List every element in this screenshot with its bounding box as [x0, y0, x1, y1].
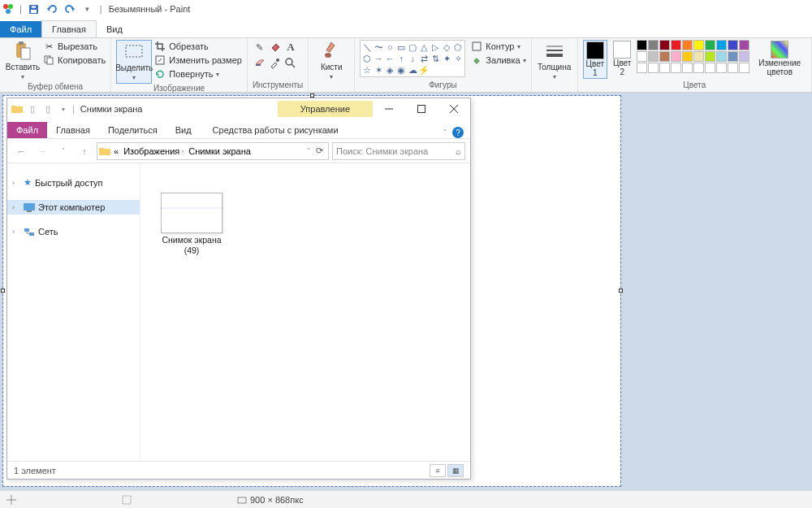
ribbon-tab-view[interactable]: Вид	[97, 21, 132, 37]
eraser-tool[interactable]	[253, 55, 267, 70]
explorer-qat-2[interactable]: ▯	[41, 102, 54, 115]
palette-swatch[interactable]	[693, 63, 704, 73]
palette-swatch[interactable]	[705, 51, 715, 62]
picker-tool[interactable]	[268, 55, 283, 70]
fill-tool[interactable]	[268, 40, 283, 54]
explorer-tab-share[interactable]: Поделиться	[99, 122, 166, 138]
palette-swatch[interactable]	[671, 63, 681, 73]
magnifier-tool[interactable]	[283, 55, 298, 70]
color1-label: Цвет 1	[586, 60, 604, 77]
shape-fill-button[interactable]: Заливка▾	[470, 54, 525, 67]
palette-swatch[interactable]	[739, 40, 749, 50]
explorer-mgmt-contextual[interactable]: Управление	[278, 101, 373, 117]
palette-swatch[interactable]	[637, 51, 647, 62]
palette-swatch[interactable]	[728, 63, 738, 73]
ribbon-tab-file[interactable]: Файл	[0, 21, 41, 37]
explorer-search-box[interactable]: Поиск: Снимки экрана ⌕	[332, 142, 465, 160]
palette-swatch[interactable]	[716, 51, 727, 62]
palette-swatch[interactable]	[659, 51, 670, 62]
explorer-tab-picture-tools[interactable]: Средства работы с рисунками	[204, 122, 348, 138]
size-button[interactable]: Толщина ▾	[537, 40, 572, 82]
nav-up-button[interactable]: ↑	[76, 142, 93, 160]
palette-swatch[interactable]	[716, 63, 727, 73]
text-tool[interactable]: A	[283, 40, 298, 54]
palette-swatch[interactable]	[671, 40, 681, 50]
palette-swatch[interactable]	[637, 40, 647, 50]
rotate-button[interactable]: Повернуть▾	[153, 67, 242, 80]
maximize-button[interactable]	[405, 98, 438, 119]
close-button[interactable]	[438, 98, 470, 119]
copy-button[interactable]: Копировать	[42, 54, 106, 67]
cut-button[interactable]: ✂Вырезать	[42, 40, 106, 53]
palette-swatch[interactable]	[716, 40, 727, 50]
nav-forward-button[interactable]: →	[33, 142, 51, 160]
color2-button[interactable]: Цвет 2	[611, 40, 633, 77]
shape-outline-button[interactable]: Контур▾	[470, 40, 525, 53]
canvas-handle-right[interactable]	[619, 289, 623, 293]
palette-swatch[interactable]	[682, 63, 693, 73]
palette-swatch[interactable]	[728, 40, 738, 50]
palette-swatch[interactable]	[659, 40, 670, 50]
resize-button[interactable]: Изменить размер	[153, 54, 242, 67]
save-icon[interactable]	[27, 2, 41, 16]
nav-recent-icon[interactable]: ˅	[54, 142, 72, 160]
palette-swatch[interactable]	[648, 63, 659, 73]
undo-icon[interactable]	[45, 2, 59, 16]
palette-swatch[interactable]	[682, 51, 693, 62]
tree-this-pc[interactable]: ›Этот компьютер	[7, 200, 140, 215]
breadcrumb-screenshots[interactable]: Снимки экрана	[188, 146, 251, 156]
explorer-qat-dd[interactable]: ▾	[57, 102, 70, 115]
tree-quick-access[interactable]: ›★Быстрый доступ	[7, 175, 140, 190]
details-view-button[interactable]: ≡	[430, 464, 446, 477]
paste-label: Вставить	[6, 63, 40, 72]
palette-swatch[interactable]	[728, 51, 738, 62]
select-button[interactable]: Выделить ▾	[116, 40, 152, 84]
ribbon-tab-home[interactable]: Главная	[41, 20, 97, 37]
canvas-handle-left[interactable]	[1, 289, 5, 293]
palette-swatch[interactable]	[671, 51, 681, 62]
explorer-tab-file[interactable]: Файл	[7, 122, 47, 138]
tool-grid: ✎ A	[253, 40, 301, 70]
nav-back-button[interactable]: ←	[12, 142, 30, 160]
file-item-screenshot[interactable]: Снимок экрана (49)	[158, 193, 225, 255]
brushes-button[interactable]: Кисти ▾	[313, 40, 349, 82]
tree-network[interactable]: ›Сеть	[7, 224, 140, 239]
file-list[interactable]: Снимок экрана (49)	[140, 163, 470, 461]
svg-rect-18	[473, 42, 481, 50]
palette-swatch[interactable]	[693, 51, 704, 62]
palette-swatch[interactable]	[705, 63, 715, 73]
colors-group-label: Цвета	[583, 80, 806, 90]
palette-swatch[interactable]	[693, 40, 704, 50]
palette-swatch[interactable]	[739, 63, 749, 73]
minimize-button[interactable]	[373, 98, 405, 119]
addr-history-icon[interactable]: ˅	[307, 147, 311, 155]
edit-colors-button[interactable]: Изменение цветов	[753, 40, 806, 77]
breadcrumb-pictures[interactable]: Изображения	[123, 146, 179, 156]
crop-button[interactable]: Обрезать	[153, 40, 242, 53]
paste-button[interactable]: Вставить ▾	[5, 40, 41, 82]
explorer-tab-home[interactable]: Главная	[47, 122, 99, 138]
shapes-gallery[interactable]: ＼〜○▭▢△▷◇ ⬠⬡→←↑↓⇄⇅ ✦✧☆✶◈◉☁⚡	[360, 40, 465, 77]
ribbon-collapse-icon[interactable]: ˅	[443, 128, 447, 137]
help-icon[interactable]: ?	[452, 127, 464, 138]
explorer-tab-view[interactable]: Вид	[166, 122, 201, 138]
color-palette	[637, 40, 749, 73]
redo-icon[interactable]	[63, 2, 77, 16]
palette-swatch[interactable]	[739, 51, 749, 62]
icons-view-button[interactable]: ▦	[447, 464, 464, 477]
palette-swatch[interactable]	[648, 51, 659, 62]
refresh-icon[interactable]: ⟳	[313, 145, 326, 156]
palette-swatch[interactable]	[659, 63, 670, 73]
explorer-qat-1[interactable]: ▯	[26, 102, 39, 115]
palette-swatch[interactable]	[648, 40, 659, 50]
palette-swatch[interactable]	[682, 40, 693, 50]
palette-swatch[interactable]	[705, 40, 715, 50]
color1-button[interactable]: Цвет 1	[583, 40, 607, 79]
pencil-tool[interactable]: ✎	[253, 40, 267, 54]
breadcrumb-ellipsis[interactable]: «	[112, 146, 120, 156]
palette-swatch[interactable]	[637, 63, 647, 73]
tree-thispc-label: Этот компьютер	[38, 202, 105, 212]
qat-customize-icon[interactable]: ▾	[80, 2, 95, 16]
ribbon-group-tools: ✎ A Инструменты	[248, 38, 309, 92]
address-bar[interactable]: « Изображения› Снимки экрана ˅ ⟳	[97, 142, 329, 160]
